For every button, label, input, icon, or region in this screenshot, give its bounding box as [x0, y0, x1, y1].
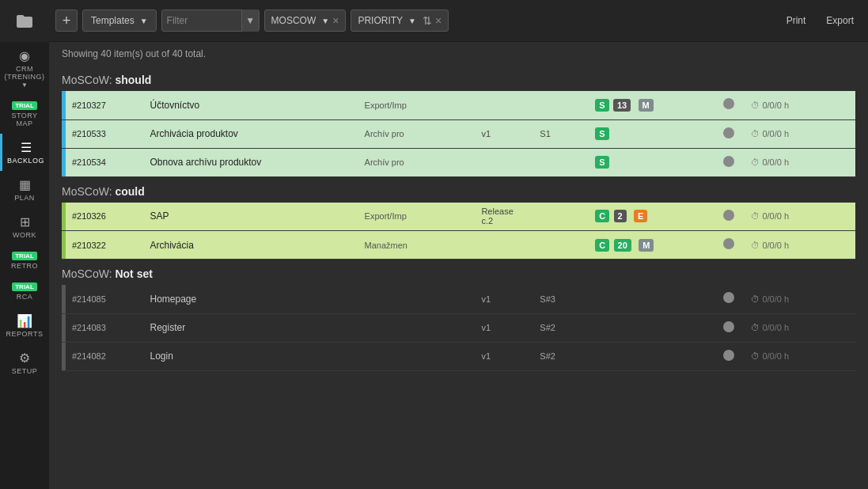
sidebar-item-rca[interactable]: TRIAL RCA — [0, 276, 49, 307]
row-s — [533, 203, 592, 231]
templates-button[interactable]: Templates ▼ — [82, 9, 157, 32]
priority-label: PRIORITY — [358, 15, 403, 26]
moscow-label: MOSCOW — [271, 15, 316, 26]
row-tags: C 20 M — [592, 231, 709, 260]
table-row: #210534 Obnova archívu produktov Archív … — [62, 148, 855, 176]
moscow-key-should: MoSCoW: — [62, 74, 115, 86]
table-row: #214082 Login v1 S#2 ⏱0/0/0 h — [62, 342, 855, 370]
row-name[interactable]: Archivácia produktov — [143, 119, 358, 148]
crm-icon: ◉ — [19, 48, 30, 63]
row-s: S#2 — [533, 313, 592, 342]
row-s — [533, 91, 592, 119]
row-name[interactable]: SAP — [143, 203, 358, 231]
sidebar-item-reports[interactable]: 📊 REPORTS — [0, 307, 49, 344]
row-name[interactable]: Archivácia — [143, 231, 358, 260]
add-button[interactable]: + — [55, 9, 78, 32]
sidebar-item-work[interactable]: ⊞ WORK — [0, 208, 49, 245]
folder-icon — [15, 12, 34, 31]
row-ver: v1 — [475, 313, 533, 342]
export-button[interactable]: Export — [818, 9, 862, 32]
clock-icon: ⏱ — [751, 100, 760, 110]
priority-close-button[interactable]: × — [435, 15, 442, 26]
sidebar-item-setup[interactable]: ⚙ SETUP — [0, 344, 49, 381]
row-name[interactable]: Účtovníctvo — [143, 91, 358, 119]
templates-label: Templates — [91, 15, 135, 26]
tag-num-green: 20 — [614, 239, 631, 252]
row-tags: S 13 M — [592, 91, 709, 119]
tag-e: E — [634, 210, 647, 222]
sidebar-item-crm[interactable]: ◉ CRM (TRENING) ▼ — [0, 42, 49, 95]
row-time: ⏱0/0/0 h — [748, 313, 836, 342]
row-time: ⏱0/0/0 h — [748, 91, 836, 119]
row-assignee-circle — [709, 285, 748, 313]
sidebar-item-retro[interactable]: TRIAL RETRO — [0, 245, 49, 276]
row-extra — [836, 285, 855, 313]
rca-label: RCA — [17, 293, 33, 301]
row-extra — [836, 91, 855, 119]
circle-icon — [723, 127, 734, 138]
row-id: #210533 — [66, 119, 144, 148]
priority-chevron-icon: ▼ — [408, 17, 416, 25]
row-ver: v1 — [475, 342, 533, 370]
row-time: ⏱0/0/0 h — [748, 119, 836, 148]
row-id: #210534 — [66, 148, 144, 176]
row-id: #210327 — [66, 91, 144, 119]
sidebar-item-plan[interactable]: ▦ PLAN — [0, 171, 49, 208]
row-id: #214085 — [66, 285, 144, 313]
circle-icon — [723, 321, 734, 332]
moscow-close-button[interactable]: × — [332, 15, 339, 26]
row-type: Manažmen — [358, 231, 476, 260]
could-table: #210326 SAP Export/Imp Release c.2 C 2 E… — [62, 203, 855, 260]
priority-sort-icon: ⇅ — [423, 14, 432, 27]
clock-icon: ⏱ — [751, 351, 760, 361]
rca-trial-badge: TRIAL — [12, 282, 37, 291]
row-assignee-circle — [709, 313, 748, 342]
row-assignee-circle — [709, 231, 748, 260]
content-area[interactable]: MoSCoW: should #210327 Účtovníctvo Expor… — [49, 66, 868, 489]
row-tags: S — [592, 119, 709, 148]
circle-icon — [723, 238, 734, 249]
row-ver — [475, 231, 533, 260]
row-tags — [592, 342, 709, 370]
work-label: WORK — [13, 231, 36, 239]
storymap-trial-badge: TRIAL — [12, 101, 37, 110]
filter-dropdown-button[interactable]: ▼ — [241, 9, 259, 32]
table-row: #210327 Účtovníctvo Export/Imp S 13 M ⏱0… — [62, 91, 855, 119]
row-extra — [836, 313, 855, 342]
retro-trial-badge: TRIAL — [12, 252, 37, 260]
section-header-notset: MoSCoW: Not set — [62, 260, 855, 285]
row-extra — [836, 148, 855, 176]
print-button[interactable]: Print — [779, 9, 814, 32]
clock-icon: ⏱ — [751, 129, 760, 138]
section-header-should: MoSCoW: should — [62, 66, 855, 91]
row-name[interactable]: Register — [143, 313, 358, 342]
row-assignee-circle — [709, 342, 748, 370]
filter-input[interactable] — [162, 15, 241, 26]
row-tags: C 2 E — [592, 203, 709, 231]
row-s: S1 — [533, 119, 592, 148]
tag-m: M — [639, 239, 654, 252]
row-assignee-circle — [709, 148, 748, 176]
sidebar: ◉ CRM (TRENING) ▼ TRIAL STORY MAP ☰ BACK… — [0, 0, 49, 489]
row-tags: S — [592, 148, 709, 176]
templates-chevron-icon: ▼ — [140, 17, 148, 25]
row-time: ⏱0/0/0 h — [748, 285, 836, 313]
moscow-chevron-icon: ▼ — [321, 17, 329, 25]
row-name[interactable]: Homepage — [143, 285, 358, 313]
circle-icon — [723, 98, 734, 109]
row-s — [533, 148, 592, 176]
sidebar-item-storymap[interactable]: TRIAL STORY MAP — [0, 95, 49, 134]
table-row: #214083 Register v1 S#2 ⏱0/0/0 h — [62, 313, 855, 342]
notset-table: #214085 Homepage v1 S#3 ⏱0/0/0 h #214083… — [62, 285, 855, 371]
sidebar-item-backlog[interactable]: ☰ BACKLOG — [0, 134, 49, 171]
backlog-icon: ☰ — [21, 140, 32, 155]
backlog-label: BACKLOG — [7, 157, 44, 165]
row-name[interactable]: Login — [143, 342, 358, 370]
row-extra — [836, 231, 855, 260]
plan-label: PLAN — [14, 194, 35, 202]
row-assignee-circle — [709, 91, 748, 119]
row-name[interactable]: Obnova archívu produktov — [143, 148, 358, 176]
row-time: ⏱0/0/0 h — [748, 231, 836, 260]
row-id: #210326 — [66, 203, 144, 231]
row-type: Export/Imp — [358, 203, 476, 231]
